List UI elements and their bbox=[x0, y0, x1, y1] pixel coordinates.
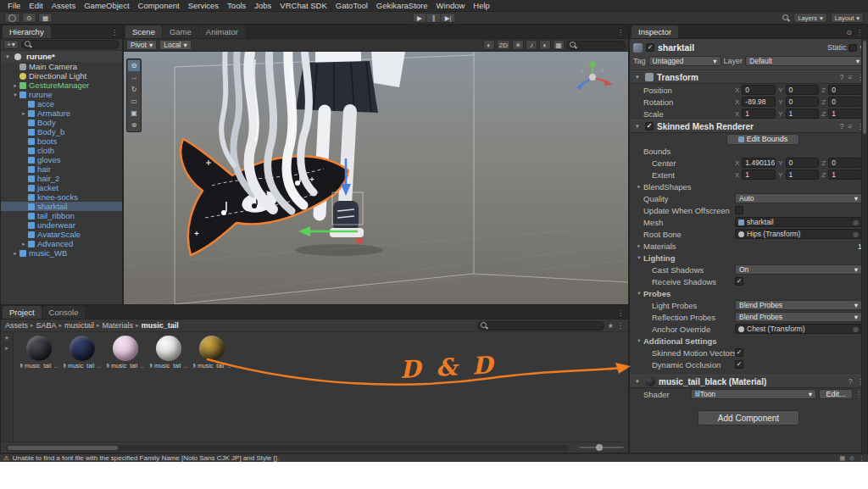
object-picker-icon[interactable]: ◎ bbox=[853, 325, 859, 333]
foldout-closed-icon[interactable]: ▸ bbox=[11, 82, 19, 89]
tab-animator[interactable]: Animator bbox=[199, 25, 245, 38]
menu-window[interactable]: Window bbox=[432, 0, 470, 11]
foldout-open-icon[interactable]: ▾ bbox=[633, 123, 642, 130]
2d-toggle-button[interactable]: 2D bbox=[497, 40, 510, 50]
menu-help[interactable]: Help bbox=[469, 0, 494, 11]
gizmo-red-handle[interactable] bbox=[357, 238, 363, 244]
step-button[interactable]: ▶| bbox=[442, 13, 456, 23]
foldout-open-icon[interactable]: ▾ bbox=[635, 290, 643, 297]
static-dropdown[interactable]: Static▾ bbox=[827, 43, 864, 52]
tab-console[interactable]: Console bbox=[42, 306, 86, 319]
hierarchy-item[interactable]: Body_b bbox=[1, 127, 122, 136]
extent-y-field[interactable]: 1 bbox=[786, 169, 820, 180]
panel-menu-icon[interactable]: ⋮ bbox=[617, 309, 624, 317]
shader-dropdown[interactable]: lilToon▾ bbox=[691, 389, 816, 399]
hierarchy-item[interactable]: Body bbox=[1, 118, 122, 127]
anchor-override-object-field[interactable]: Chest (Transform)◎ bbox=[735, 324, 862, 334]
preset-icon[interactable]: ≡ bbox=[849, 122, 853, 131]
console-icon[interactable]: ▦ bbox=[840, 455, 846, 462]
menu-gekikarastore[interactable]: GekikaraStore bbox=[372, 0, 432, 11]
breadcrumb-assets[interactable]: Assets bbox=[5, 321, 28, 330]
horizontal-scrollbar[interactable] bbox=[6, 445, 569, 451]
center-y-field[interactable]: 0 bbox=[786, 158, 820, 168]
foldout-closed-icon[interactable]: ▸ bbox=[635, 183, 643, 190]
reflection-probes-dropdown[interactable]: Blend Probes▾ bbox=[735, 312, 862, 322]
menu-gatotool[interactable]: GatoTool bbox=[331, 0, 372, 11]
asset-tile[interactable]: music_tail_... bbox=[64, 336, 101, 369]
skinned-mesh-renderer-header[interactable]: ▾ ✓ Skinned Mesh Renderer ?≡⋮ bbox=[630, 119, 867, 133]
edit-bounds-button[interactable]: Edit Bounds bbox=[726, 134, 799, 145]
preset-icon[interactable]: ≡ bbox=[849, 73, 853, 81]
more-icon[interactable]: ⋮ bbox=[859, 455, 865, 462]
foldout-closed-icon[interactable]: ▸ bbox=[19, 241, 28, 247]
hierarchy-item[interactable]: ▸music_WB bbox=[1, 248, 122, 258]
search-icon[interactable] bbox=[782, 14, 790, 22]
rotation-x-field[interactable]: -89.98 bbox=[742, 97, 776, 107]
breadcrumb-music-tail[interactable]: music_tail bbox=[142, 321, 179, 330]
inspector-scrollbar[interactable] bbox=[861, 39, 867, 453]
project-search-input[interactable] bbox=[477, 321, 604, 331]
lock-icon[interactable]: ⊙ bbox=[846, 29, 852, 36]
hierarchy-item[interactable]: jacket bbox=[1, 183, 122, 192]
hierarchy-item[interactable]: cloth bbox=[1, 146, 122, 155]
extent-z-field[interactable]: 1 bbox=[828, 169, 862, 180]
cast-shadows-dropdown[interactable]: On▾ bbox=[735, 264, 862, 275]
receive-shadows-checkbox[interactable]: ✓ bbox=[735, 277, 743, 286]
scale-z-field[interactable]: 1 bbox=[828, 108, 862, 119]
hierarchy-item[interactable]: ▾rurune bbox=[1, 90, 122, 99]
panel-menu-icon[interactable]: ⋮ bbox=[111, 29, 118, 36]
motion-vectors-checkbox[interactable]: ✓ bbox=[735, 348, 743, 357]
foldout-closed-icon[interactable]: ▸ bbox=[19, 110, 28, 117]
scene-viewport[interactable]: ⊙ ↔ ↻ ▭ ▣ ⊕ bbox=[124, 52, 628, 304]
grid-visibility-button[interactable]: ▦ bbox=[553, 40, 565, 50]
blendshapes-row[interactable]: ▸BlendShapes bbox=[630, 181, 867, 192]
cloud-button[interactable]: ⊙ bbox=[22, 13, 36, 23]
hierarchy-item[interactable]: ▸Armature bbox=[1, 108, 122, 118]
foldout-open-icon[interactable]: ▾ bbox=[635, 337, 643, 344]
foldout-open-icon[interactable]: ▾ bbox=[633, 378, 642, 385]
shader-edit-button[interactable]: Edit... bbox=[819, 389, 853, 399]
help-icon[interactable]: ? bbox=[849, 377, 853, 386]
menu-file[interactable]: File bbox=[3, 0, 25, 11]
root-bone-object-field[interactable]: Hips (Transform)◎ bbox=[735, 229, 862, 239]
asset-tile[interactable]: music_tail_... bbox=[193, 336, 231, 369]
hierarchy-item-selected[interactable]: sharktail bbox=[1, 202, 122, 211]
materials-row[interactable]: ▸Materials1 bbox=[630, 240, 867, 252]
hierarchy-item[interactable]: acce bbox=[1, 99, 122, 108]
account-button[interactable] bbox=[4, 13, 20, 23]
hierarchy-item[interactable]: boots bbox=[1, 136, 122, 146]
create-button[interactable]: +▾ bbox=[3, 40, 19, 49]
light-probes-dropdown[interactable]: Blend Probes▾ bbox=[735, 300, 862, 310]
rotate-tool-button[interactable]: ↻ bbox=[128, 84, 140, 95]
scene-header-row[interactable]: ▾ rurune* bbox=[1, 51, 122, 62]
thumbnail-size-slider[interactable] bbox=[579, 447, 623, 448]
process-icon[interactable]: ⊙ bbox=[849, 455, 854, 462]
help-icon[interactable]: ? bbox=[840, 122, 844, 131]
panel-menu-icon[interactable]: ⋮ bbox=[617, 322, 624, 330]
tab-scene[interactable]: Scene bbox=[125, 25, 162, 38]
static-checkbox[interactable] bbox=[849, 44, 857, 52]
rotation-y-field[interactable]: 0 bbox=[786, 97, 820, 107]
grid-snap-button[interactable]: ▦ bbox=[38, 13, 53, 23]
scene-search-input[interactable] bbox=[566, 41, 626, 50]
layer-dropdown[interactable]: Default▾ bbox=[745, 56, 864, 66]
foldout-open-icon[interactable]: ▾ bbox=[635, 254, 643, 261]
foldout-open-icon[interactable]: ▾ bbox=[3, 53, 12, 60]
hierarchy-item[interactable]: Main Camera bbox=[1, 62, 122, 71]
scene-render[interactable] bbox=[124, 52, 628, 304]
scene-audio-button[interactable]: ♪ bbox=[526, 40, 537, 50]
hierarchy-item[interactable]: knee-socks bbox=[1, 192, 122, 202]
menu-vrchat-sdk[interactable]: VRChat SDK bbox=[275, 0, 331, 11]
pause-button[interactable]: ∥ bbox=[427, 13, 442, 23]
panel-menu-icon[interactable]: ⋮ bbox=[856, 29, 863, 36]
scrollbar-thumb[interactable] bbox=[863, 41, 866, 134]
component-enabled-checkbox[interactable]: ✓ bbox=[645, 122, 654, 131]
hierarchy-item[interactable]: AvatarScale bbox=[1, 230, 122, 239]
hierarchy-item[interactable]: ▸Advanced bbox=[1, 239, 122, 248]
breadcrumb-musictail[interactable]: musictail bbox=[64, 321, 94, 330]
position-y-field[interactable]: 0 bbox=[786, 85, 820, 95]
quality-dropdown[interactable]: Auto▾ bbox=[735, 193, 862, 203]
layout-dropdown[interactable]: Layout▾ bbox=[831, 13, 864, 23]
foldout-closed-icon[interactable]: ▸ bbox=[11, 250, 19, 257]
tab-project[interactable]: Project bbox=[3, 306, 42, 319]
